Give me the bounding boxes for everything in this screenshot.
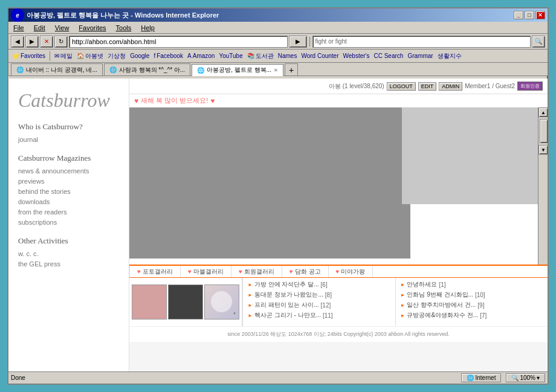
ahbon-icon: 🏠 (77, 53, 84, 59)
scroll-up-button[interactable]: ▲ (538, 108, 548, 117)
tabs-bar: 🌐 내이버 :: 나의 공갱력, 네... 🌐 사랑과 행복의 *^_^* 아.… (8, 63, 548, 76)
thumbnail-3[interactable]: ♦ (204, 284, 239, 320)
fav-wordcounter[interactable]: Word Counter (300, 52, 340, 60)
fav-weather[interactable]: 기상청 (106, 51, 127, 61)
sidebar-from-readers[interactable]: from the readers (18, 208, 119, 216)
bottom-content: ♦ ► 가방 안에 자석단추 달... [6] ► 동대문 정보가 나왔있는..… (129, 278, 548, 326)
news-right-3[interactable]: ► 일산 향주치마방에서 건... [9] (401, 301, 543, 309)
fav-mail[interactable]: ✉ 메일 (53, 51, 74, 61)
heart-left: ♥ (134, 97, 138, 105)
fav-livingscore[interactable]: 생활지수 (436, 51, 463, 61)
sidebar-downloads[interactable]: downloads (18, 198, 119, 206)
title-bar: e 아봉공방, 펠트로 행복을 나누는 곳 - Windows Internet… (8, 8, 548, 22)
scroll-down-button[interactable]: ▼ (538, 145, 548, 155)
heart-right: ♥ (210, 97, 215, 105)
fav-library[interactable]: 📚 도서관 (246, 51, 275, 61)
fav-ahbon[interactable]: 🏠 아봉넷 (76, 51, 105, 61)
fav-names[interactable]: Names (277, 52, 299, 60)
news-right-2[interactable]: ► 인화님 9번째 건시화입... [10] (401, 291, 543, 299)
menu-help[interactable]: Help (138, 23, 157, 33)
logout-button[interactable]: LOGOUT (387, 82, 416, 91)
sidebar-subscriptions[interactable]: subscriptions (18, 218, 119, 227)
amazon-icon: A (187, 53, 192, 59)
tab-naver[interactable]: 🌐 내이버 :: 나의 공갱력, 네... (11, 63, 103, 76)
admin-button[interactable]: ADMIN (439, 82, 462, 91)
tab-love[interactable]: 🌐 사랑과 행복의 *^_^* 아... (104, 63, 190, 76)
bullet-icon: ► (401, 292, 406, 298)
zoom-icon: 🔍 (511, 374, 519, 381)
news-right-4[interactable]: ► 규방공예&야생화자수 전... [7] (401, 311, 543, 320)
sidebar-gel[interactable]: the GEL press (18, 260, 119, 268)
fav-grammar[interactable]: Grammar (406, 52, 434, 60)
menu-favorites[interactable]: Favorites (76, 23, 108, 33)
menu-edit[interactable]: Edit (31, 23, 48, 33)
close-button[interactable]: ✕ (535, 11, 545, 19)
cat-member[interactable]: ♥ 회원갤러리 (231, 266, 282, 277)
news-left-4[interactable]: ► 헥사곤 그리기 - 나만모... [11] (248, 311, 390, 320)
main-content: 아봉 (1 level/38,620) LOGOUT EDIT ADMIN Me… (129, 79, 548, 371)
back-button[interactable]: ◀ (11, 36, 24, 48)
new-year-text: 새해 복 많이 받으세요! (141, 96, 208, 105)
heart-member: ♥ (239, 268, 242, 275)
cat-notice[interactable]: ♥ 담화 공고 (282, 266, 329, 277)
user-level: 아봉 (1 level/38,620) (329, 82, 384, 91)
fav-google[interactable]: Google (129, 52, 150, 60)
news-left-2[interactable]: ► 동대문 정보가 나왔있는... [8] (248, 291, 390, 299)
fav-websters[interactable]: Webster's (342, 52, 371, 60)
search-bar[interactable]: fight or fight (312, 36, 531, 48)
status-bar: Done 🌐 Internet 🔍 100% ▾ (8, 371, 548, 384)
browser-window: e 아봉공방, 펠트로 행복을 나누는 곳 - Windows Internet… (7, 7, 549, 385)
menu-bar: File Edit View Favorites Tools Help (8, 22, 548, 34)
news-left-3[interactable]: ► 프리 패턴이 있는 사이... [12] (248, 301, 390, 309)
news-left-1[interactable]: ► 가방 안에 자석단추 달... [6] (248, 280, 390, 289)
sidebar-previews[interactable]: previews (18, 177, 119, 185)
stop-button[interactable]: ✕ (40, 36, 53, 48)
menu-view[interactable]: View (53, 23, 72, 33)
main-scrollbar[interactable]: ▲ ▼ (538, 108, 548, 265)
separator (309, 37, 310, 47)
menu-tools[interactable]: Tools (114, 23, 134, 33)
menu-file[interactable]: File (11, 23, 27, 33)
thumbnail-section: ♦ (129, 278, 242, 326)
footer-text: since 2003/11/26 해상도 1024x768 이상; 24bits… (227, 331, 450, 337)
news-right-1[interactable]: ► 안녕하세요 [1] (401, 280, 543, 289)
thumbnail-2[interactable] (168, 284, 203, 320)
scroll-thumb[interactable] (540, 119, 548, 143)
tab-close-icon[interactable]: ✕ (274, 68, 278, 73)
cat-miya[interactable]: ♥ 미야가왕 (329, 266, 373, 277)
thumbnail-1[interactable] (132, 284, 167, 320)
ahbon-favicon: 🌐 (197, 67, 204, 74)
other-section-title: Other Activities (18, 236, 119, 246)
zoom-panel[interactable]: 🔍 100% ▾ (506, 373, 545, 382)
minimize-button[interactable]: _ (514, 11, 523, 19)
ie-logo: e (11, 8, 24, 22)
cat-photo[interactable]: ♥ 포토갤러리 (129, 266, 181, 277)
sidebar-journal[interactable]: journal (18, 135, 119, 144)
fav-ccsearch[interactable]: CC Search (372, 52, 404, 60)
sidebar-news[interactable]: news & announcements (18, 167, 119, 175)
fav-favorites[interactable]: ⭐ Favorites (11, 52, 47, 60)
cat-marble[interactable]: ♥ 마블갤러리 (181, 266, 231, 277)
news-left-section: ► 가방 안에 자석단추 달... [6] ► 동대문 정보가 나왔있는... … (242, 278, 395, 326)
facebook-icon: f (154, 53, 155, 59)
refresh-button[interactable]: ↻ (54, 36, 68, 48)
page-inner: Catsburrow Who is Catsburrow? journal Ca… (8, 79, 548, 371)
fav-facebook[interactable]: f Facebook (152, 52, 184, 60)
edit-button[interactable]: EDIT (418, 82, 437, 91)
forward-button[interactable]: ▶ (25, 36, 39, 48)
scroll-track (538, 117, 548, 145)
tab-ahbon[interactable]: 🌐 아봉공방, 펠트로 행복... ✕ (192, 64, 283, 76)
page-wrapper: Catsburrow Who is Catsburrow? journal Ca… (8, 79, 548, 371)
sidebar-behind[interactable]: behind the stories (18, 187, 119, 196)
fav-separator (50, 51, 50, 61)
address-bar[interactable]: http://ahbon.com/ahbon.html (69, 36, 288, 48)
fav-youtube[interactable]: YouTube (218, 52, 244, 60)
search-button[interactable]: 🔍 (532, 36, 545, 48)
sidebar-wcc[interactable]: w. c. c. (18, 249, 119, 258)
new-tab-button[interactable]: + (285, 63, 298, 76)
restore-button[interactable]: □ (525, 11, 534, 19)
go-button[interactable]: ▶ (289, 36, 307, 48)
bullet-icon: ► (401, 313, 406, 318)
nav-toolbar: ◀ ▶ ✕ ↻ http://ahbon.com/ahbon.html ▶ fi… (8, 34, 548, 50)
fav-amazon[interactable]: A Amazon (186, 52, 216, 60)
